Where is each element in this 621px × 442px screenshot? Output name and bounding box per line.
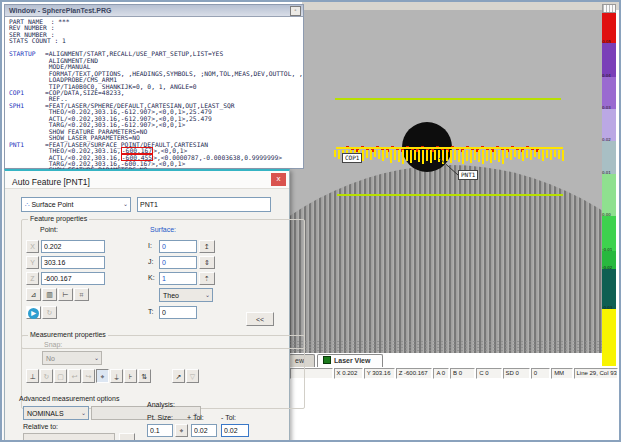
edit-window-title: Window - SpherePlanTest.PRG [9,7,111,14]
x-axis-button[interactable]: X [26,240,39,253]
scan-direction-icon[interactable]: ↗ [172,369,185,383]
chevron-down-icon: ⌄ [81,407,86,420]
color-scale-segment: 0.05 [602,43,616,77]
target-snap-icon[interactable]: ⌖ [96,369,109,383]
surface-label[interactable]: Surface: [150,226,176,233]
t-value-input[interactable] [159,306,197,319]
dialog-titlebar[interactable]: Auto Feature [PNT1] x [5,171,289,189]
relative-to-input[interactable] [23,433,115,442]
color-scale-tick-label: -0.01 [602,248,612,252]
redo-path-icon[interactable]: ↪ [82,369,95,383]
program-code-area[interactable]: PART NAME : ***REV NUMBER :SER NUMBER :S… [5,17,303,169]
color-scale-tick-label: -0.02 [602,266,612,270]
color-scale-tick-label: 0.00 [602,213,611,217]
spacing-icon[interactable]: ⇅ [138,369,151,383]
k-label: K: [148,274,155,281]
color-scale-segment: -0.03 [602,309,616,366]
point-label: Point: [40,226,58,233]
status-segment: SD 0 [503,368,530,379]
collapse-dialog-button[interactable]: << [246,312,274,326]
color-scale-segment: -0.02 [602,269,616,309]
flip-vector-icon[interactable]: ⇕ [199,256,215,269]
surface-vector-icon[interactable]: ↥ [199,240,215,253]
color-scale-tick-label: 0.01 [602,171,611,175]
status-bar: X 0.202Y 303.16Z -600.167A 0B 0C 0SD 00M… [290,368,619,379]
pt-size-label: Pt. Size: [147,414,173,421]
feature-name-input[interactable] [137,197,271,212]
measure-play-button[interactable]: ▶ [26,306,41,319]
nominals-mode-dropdown[interactable]: ⌄ [91,406,201,420]
undo-path-icon[interactable]: ↩ [68,369,81,383]
z-axis-button[interactable]: Z [26,272,39,285]
analysis-label: Analysis: [147,401,175,408]
status-segment: B 0 [450,368,475,379]
i-value-input[interactable] [159,240,197,253]
chevron-down-icon: ⌄ [123,198,128,211]
align-vector-icon[interactable]: ⇡ [199,272,215,285]
color-scale-tick-label: 0.05 [602,40,611,44]
chevron-down-icon: ⌄ [205,289,210,302]
edit-window-button[interactable]: ▫ [290,6,301,16]
color-scale-tick-label: 0.02 [602,138,611,142]
minus-tol-label: - Tol: [221,414,236,421]
regenerate-button[interactable]: ↻ [42,306,57,319]
j-value-input[interactable] [159,256,197,269]
color-scale-segment: 0.01 [602,174,616,216]
status-segment: Y 303.16 [364,368,395,379]
pt-size-input[interactable] [147,424,173,437]
dialog-title: Auto Feature [PNT1] [5,177,90,187]
rotate-icon[interactable]: ↻ [40,369,53,383]
relative-to-label: Relative to: [23,423,58,430]
probe-level-icon[interactable]: ⍊ [110,369,123,383]
point-distance-icon[interactable]: ⊢ [58,288,73,301]
y-value-input[interactable] [41,256,105,269]
laser-viewport[interactable]: COP1 PNT1 [288,10,616,355]
probe-path-icon[interactable]: ⊥ [26,369,39,383]
application-window: COP1 PNT1 0.050.040.030.020.010.00-0.01-… [0,0,621,442]
measure-angle-icon[interactable]: ⊿ [26,288,41,301]
status-segment: Z -600.167 [396,368,433,379]
z-value-input[interactable] [41,272,105,285]
feature-properties-group: Feature properties Point: Surface: X I: … [21,219,305,349]
chevron-down-icon: ⌄ [94,352,99,365]
pnt1-leader-line [288,10,616,355]
edit-window: Window - SpherePlanTest.PRG ▫ PART NAME … [4,4,304,169]
filter-icon[interactable]: ▽ [186,369,199,383]
color-scale-tick-label: 0.03 [602,106,611,110]
color-scale-header [602,4,616,13]
x-value-input[interactable] [41,240,105,253]
grid-icon[interactable]: ⌗ [74,288,89,301]
magnifier-icon[interactable]: ⌖ [175,424,188,437]
status-segment: A 0 [433,368,449,379]
point-insert-icon[interactable]: ⊦ [124,369,137,383]
plus-tol-input[interactable] [191,424,217,437]
color-scale-tick-label: 0.04 [602,74,611,78]
auto-feature-dialog: Auto Feature [PNT1] x ∴ Surface Point ⌄ … [4,169,290,442]
browse-button[interactable]: ... [119,433,135,442]
cop1-label: COP1 [342,153,362,163]
plus-tol-label: + Tol: [187,414,204,421]
k-value-input[interactable] [159,272,197,285]
tab-laser-view[interactable]: Laser View [317,354,383,367]
copy-region-icon[interactable]: ▢ [54,369,67,383]
feature-type-dropdown[interactable]: ∴ Surface Point ⌄ [21,197,131,212]
deviation-color-scale: 0.050.040.030.020.010.00-0.01-0.02-0.03 [602,4,616,370]
theo-mode-dropdown[interactable]: Theo ⌄ [159,288,213,302]
close-icon[interactable]: x [271,173,286,186]
advanced-options-section: Advanced measurement options NOMINALS ⌄ … [19,395,277,441]
find-nominals-icon[interactable]: ▥ [42,288,57,301]
color-scale-tick-label: -0.03 [602,306,612,310]
y-axis-button[interactable]: Y [26,256,39,269]
t-label: T: [148,308,153,315]
top-toolbar-strip [302,2,621,10]
j-label: J: [148,258,153,265]
advanced-options-label: Advanced measurement options [19,395,119,402]
status-segment: 0 [531,368,550,379]
status-segment: C 0 [476,368,501,379]
color-scale-segment: 0.00 [602,216,616,251]
i-label: I: [148,242,152,249]
minus-tol-input[interactable] [221,424,249,437]
snap-dropdown[interactable]: No ⌄ [42,351,102,365]
nominals-dropdown[interactable]: NOMINALS ⌄ [23,406,89,420]
surface-point-icon: ∴ [25,201,29,208]
